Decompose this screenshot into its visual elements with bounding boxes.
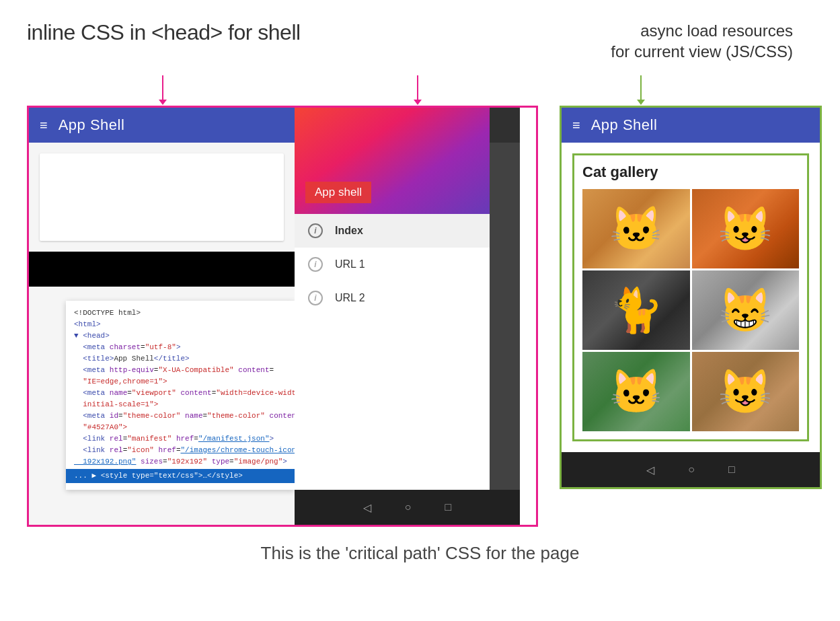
url1-info-icon: i	[308, 257, 323, 272]
drawer-item-url2-label: URL 2	[335, 292, 365, 304]
green-annotation-arrow	[637, 75, 645, 105]
cat-cell-3: 🐈	[582, 270, 690, 350]
right-app-title: App Shell	[591, 116, 658, 134]
left-annotation-arrow	[159, 75, 167, 105]
gallery-content: Cat gallery 🐱 😺 🐈	[562, 143, 820, 452]
drawer-item-url1-label: URL 1	[335, 258, 365, 270]
right-device: ≡ App Shell Cat gallery 🐱	[560, 106, 822, 489]
left-app-bar: ≡ App Shell	[29, 108, 295, 143]
content-card	[40, 153, 284, 241]
url2-info-icon: i	[308, 291, 323, 305]
drawer-item-url2[interactable]: i URL 2	[295, 281, 490, 315]
right-hamburger-icon: ≡	[572, 118, 580, 132]
right-bottom-bar: ◁ ○ □	[562, 452, 820, 487]
drawer-title: App shell	[305, 182, 371, 203]
drawer-item-url1[interactable]: i URL 1	[295, 248, 490, 281]
left-device: ≡ App Shell <!DOCTYPE html> <html> ▼ <he…	[29, 108, 295, 525]
gallery-inner-border: Cat gallery 🐱 😺 🐈	[572, 153, 809, 441]
cat-cell-1: 🐱	[582, 189, 690, 268]
middle-annotation-arrow	[414, 75, 422, 105]
drawer-header: App shell	[295, 108, 490, 214]
right-app-bar: ≡ App Shell	[562, 108, 820, 143]
selected-code-line: ... ▶ <style type="text/css">…</style>	[66, 469, 295, 483]
bottom-label: This is the 'critical path' CSS for the …	[27, 543, 813, 564]
back-btn-middle[interactable]: ◁	[363, 501, 371, 514]
home-btn-middle[interactable]: ○	[405, 501, 412, 513]
drawer-item-index-label: Index	[335, 225, 363, 237]
recent-btn-right[interactable]: □	[728, 464, 735, 476]
home-btn-right[interactable]: ○	[688, 464, 695, 476]
hamburger-icon: ≡	[40, 118, 48, 132]
back-btn-right[interactable]: ◁	[646, 464, 654, 476]
top-right-label: async load resourcesfor current view (JS…	[611, 20, 793, 62]
header-row: inline CSS in <head> for shell async loa…	[27, 20, 813, 62]
middle-device: App shell i Index i URL 1	[295, 108, 520, 525]
cat-cell-5: 🐱	[582, 352, 690, 431]
cat-grid: 🐱 😺 🐈 😸	[582, 189, 799, 431]
left-bottom-bar	[29, 252, 295, 287]
left-devices-border: ≡ App Shell <!DOCTYPE html> <html> ▼ <he…	[27, 106, 538, 527]
left-app-title: App Shell	[59, 116, 125, 134]
drawer-nav-items: i Index i URL 1 i URL 2	[295, 214, 490, 315]
drawer-item-index[interactable]: i Index	[295, 214, 490, 248]
gallery-title: Cat gallery	[582, 163, 799, 181]
code-block: <!DOCTYPE html> <html> ▼ <head> <meta ch…	[66, 301, 295, 490]
cat-cell-4: 😸	[692, 270, 800, 350]
middle-bottom-bar: ◁ ○ □	[295, 490, 520, 525]
drawer-panel: App shell i Index i URL 1	[295, 108, 490, 525]
page-container: inline CSS in <head> for shell async loa…	[0, 0, 840, 584]
index-info-icon: i	[308, 223, 323, 238]
cat-cell-2: 😺	[692, 189, 800, 268]
recent-btn-middle[interactable]: □	[445, 501, 452, 513]
top-left-label: inline CSS in <head> for shell	[27, 20, 301, 45]
cat-cell-6: 😺	[692, 352, 800, 431]
